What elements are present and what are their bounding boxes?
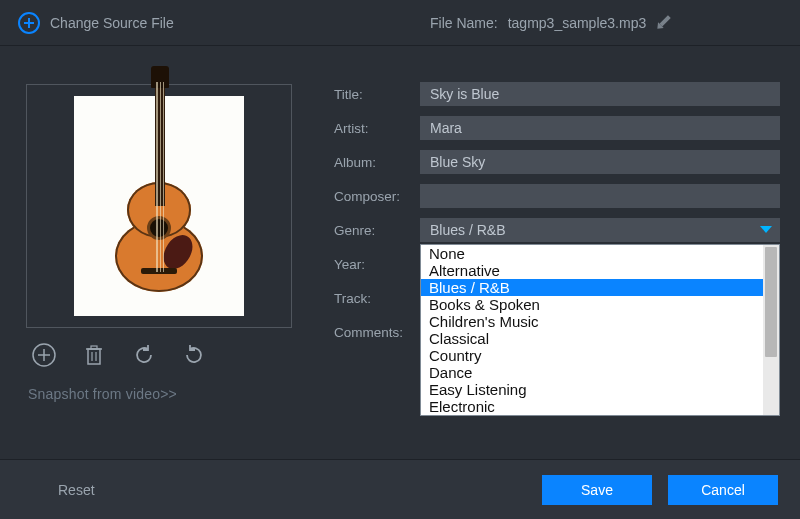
select-genre-value: Blues / R&B <box>430 222 505 238</box>
scrollbar-thumb[interactable] <box>765 247 777 357</box>
label-comments: Comments: <box>334 325 420 340</box>
edit-filename-icon[interactable] <box>653 13 673 33</box>
label-year: Year: <box>334 257 420 272</box>
change-source-button[interactable]: Change Source File <box>18 12 174 34</box>
artwork-toolbar <box>26 328 292 372</box>
add-artwork-button[interactable] <box>30 341 58 369</box>
input-title[interactable] <box>420 82 780 106</box>
genre-option[interactable]: Blues / R&B <box>421 279 763 296</box>
genre-option[interactable]: Easy Listening <box>421 381 763 398</box>
reset-button[interactable]: Reset <box>58 482 95 498</box>
genre-option[interactable]: None <box>421 245 763 262</box>
genre-dropdown-list[interactable]: NoneAlternativeBlues / R&BBooks & Spoken… <box>421 245 763 415</box>
svg-rect-7 <box>91 346 97 349</box>
cancel-button[interactable]: Cancel <box>668 475 778 505</box>
label-title: Title: <box>334 87 420 102</box>
label-album: Album: <box>334 155 420 170</box>
plus-circle-outline-icon <box>31 342 57 368</box>
trash-icon <box>82 343 106 367</box>
chevron-down-icon <box>760 226 772 233</box>
header-bar: Change Source File File Name: tagmp3_sam… <box>0 0 800 46</box>
change-source-label: Change Source File <box>50 15 174 31</box>
footer-bar: Reset Save Cancel <box>0 459 800 519</box>
genre-option[interactable]: Dance <box>421 364 763 381</box>
genre-dropdown-scrollbar[interactable] <box>763 245 779 415</box>
label-track: Track: <box>334 291 420 306</box>
label-composer: Composer: <box>334 189 420 204</box>
rotate-ccw-button[interactable] <box>130 341 158 369</box>
genre-option[interactable]: Alternative <box>421 262 763 279</box>
file-name-label: File Name: <box>430 15 498 31</box>
rotate-cw-icon <box>181 342 207 368</box>
rotate-cw-button[interactable] <box>180 341 208 369</box>
row-artist: Artist: <box>334 116 780 140</box>
input-artist[interactable] <box>420 116 780 140</box>
genre-dropdown[interactable]: NoneAlternativeBlues / R&BBooks & Spoken… <box>420 244 780 416</box>
artwork-box[interactable] <box>26 84 292 328</box>
select-genre[interactable]: Blues / R&B <box>420 218 780 242</box>
input-composer[interactable] <box>420 184 780 208</box>
file-name-group: File Name: tagmp3_sample3.mp3 <box>430 0 670 46</box>
file-name-value: tagmp3_sample3.mp3 <box>508 15 647 31</box>
svg-rect-3 <box>88 349 100 364</box>
row-composer: Composer: <box>334 184 780 208</box>
metadata-form: Title: Artist: Album: Composer: Genre: B… <box>334 82 780 354</box>
artwork-image <box>74 96 244 316</box>
row-album: Album: <box>334 150 780 174</box>
genre-option[interactable]: Country <box>421 347 763 364</box>
input-album[interactable] <box>420 150 780 174</box>
genre-option[interactable]: Books & Spoken <box>421 296 763 313</box>
row-title: Title: <box>334 82 780 106</box>
rotate-ccw-icon <box>131 342 157 368</box>
delete-artwork-button[interactable] <box>80 341 108 369</box>
label-genre: Genre: <box>334 223 420 238</box>
artwork-panel: Snapshot from video>> <box>26 84 292 402</box>
save-button[interactable]: Save <box>542 475 652 505</box>
main-area: Snapshot from video>> Title: Artist: Alb… <box>0 46 800 459</box>
plus-circle-icon <box>18 12 40 34</box>
genre-option[interactable]: Children's Music <box>421 313 763 330</box>
row-genre: Genre: Blues / R&B <box>334 218 780 242</box>
genre-option[interactable]: Classical <box>421 330 763 347</box>
genre-option[interactable]: Electronic <box>421 398 763 415</box>
label-artist: Artist: <box>334 121 420 136</box>
snapshot-from-video-link[interactable]: Snapshot from video>> <box>26 386 292 402</box>
